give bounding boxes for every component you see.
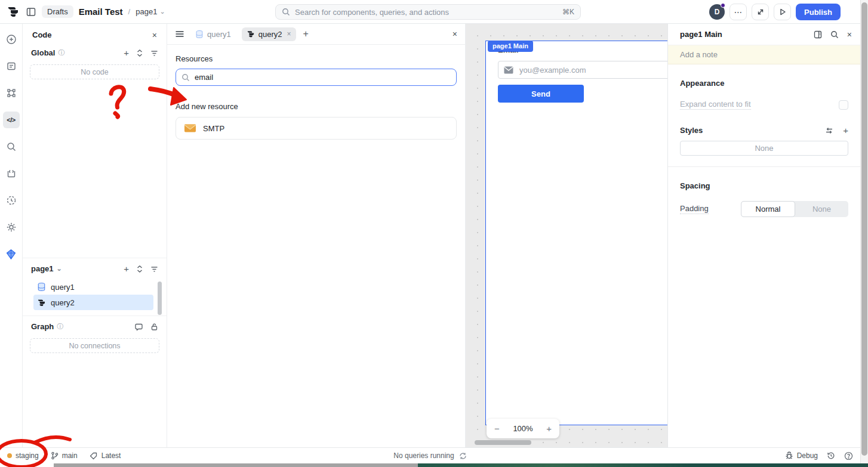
- email-placeholder: you@example.com: [519, 66, 586, 75]
- breadcrumb-page-selector[interactable]: page1 ⌄: [136, 7, 165, 16]
- app-frame[interactable]: page1 Main Email you@example.com Send: [485, 41, 667, 425]
- chevron-down-icon: ⌄: [57, 265, 62, 273]
- tag-icon: [90, 452, 98, 460]
- help-icon[interactable]: [844, 451, 853, 460]
- canvas[interactable]: page1 Main Email you@example.com Send − …: [466, 24, 667, 447]
- tab-query2[interactable]: query2 ×: [242, 27, 296, 41]
- query-list-item-query2[interactable]: query2: [33, 295, 153, 310]
- info-icon[interactable]: ⓘ: [58, 48, 64, 57]
- resource-option-smtp[interactable]: SMTP: [176, 117, 457, 140]
- styles-swap-icon[interactable]: [825, 127, 833, 134]
- retool-ai-gem-icon[interactable]: [3, 246, 20, 262]
- version-selector[interactable]: Latest: [90, 451, 121, 460]
- query-editor-panel: query1 query2 × + × Resources Add new re…: [167, 24, 466, 447]
- panel-layout-icon[interactable]: [26, 7, 36, 17]
- no-connections-placeholder: No connections: [30, 338, 159, 353]
- sync-icon[interactable]: [459, 452, 467, 460]
- page-scrollbar-thumb[interactable]: [861, 2, 867, 456]
- page-section-selector[interactable]: page1 ⌄: [31, 264, 62, 273]
- global-search-input[interactable]: Search for components, queries, and acti…: [275, 4, 581, 20]
- canvas-horizontal-scrollbar[interactable]: [475, 440, 531, 445]
- pages-icon[interactable]: [3, 58, 20, 75]
- resource-search-field[interactable]: [176, 69, 457, 86]
- git-branch-icon: [51, 451, 59, 460]
- page-filter-icon[interactable]: [150, 265, 158, 273]
- styles-add-icon[interactable]: +: [843, 126, 848, 135]
- inspector-panel: page1 Main × Add a note Appearance Expan…: [667, 24, 860, 447]
- history-clock-icon[interactable]: [827, 451, 835, 460]
- tab-query1[interactable]: query1: [190, 27, 236, 41]
- tab-close-icon[interactable]: ×: [287, 30, 291, 38]
- search-shortcut: ⌘K: [562, 8, 574, 16]
- search-rail-icon[interactable]: [3, 138, 20, 155]
- padding-segmented-control: Normal None: [741, 201, 848, 217]
- add-new-resource-label: Add new resource: [176, 102, 457, 111]
- workflow-icon: [247, 30, 255, 38]
- expand-content-checkbox[interactable]: [839, 100, 848, 110]
- presence-dot: [721, 3, 725, 8]
- environment-selector[interactable]: staging: [7, 451, 39, 460]
- query-panel-close-icon[interactable]: ×: [453, 29, 457, 39]
- branch-label: main: [62, 451, 78, 460]
- drafts-badge[interactable]: Drafts: [42, 5, 73, 18]
- chevron-down-icon: ⌄: [159, 8, 165, 16]
- global-sort-icon[interactable]: [136, 49, 143, 57]
- page-add-icon[interactable]: +: [124, 264, 129, 273]
- add-tab-icon[interactable]: +: [303, 29, 309, 39]
- page-sort-icon[interactable]: [136, 265, 143, 273]
- query-list-scrollbar[interactable]: [158, 282, 162, 315]
- database-icon: [195, 30, 204, 39]
- global-section-label: Global: [31, 48, 55, 57]
- query-list-item-query1[interactable]: query1: [33, 279, 153, 295]
- query-name: query2: [51, 298, 75, 307]
- components-icon[interactable]: [3, 85, 20, 101]
- info-icon[interactable]: ⓘ: [57, 322, 63, 331]
- padding-option-normal[interactable]: Normal: [741, 201, 795, 217]
- add-component-icon[interactable]: [3, 31, 20, 48]
- resources-label: Resources: [176, 54, 457, 63]
- graph-lock-icon[interactable]: [150, 323, 158, 331]
- expand-content-label: Expand content to fit: [680, 100, 751, 110]
- preview-play-button[interactable]: [774, 4, 791, 20]
- global-add-icon[interactable]: +: [124, 48, 129, 57]
- fullscreen-button[interactable]: [752, 4, 769, 20]
- global-filter-icon[interactable]: [150, 50, 158, 57]
- graph-comment-icon[interactable]: [134, 323, 143, 331]
- frame-label-badge[interactable]: page1 Main: [488, 41, 533, 52]
- debug-button[interactable]: Debug: [785, 451, 818, 460]
- avatar[interactable]: D: [709, 4, 725, 20]
- zoom-level[interactable]: 100%: [513, 424, 533, 433]
- open-source-icon[interactable]: [814, 30, 822, 39]
- bug-icon: [785, 451, 793, 460]
- code-panel-close-icon[interactable]: ×: [152, 31, 157, 39]
- send-button[interactable]: Send: [498, 85, 584, 103]
- inspector-close-icon[interactable]: ×: [847, 30, 852, 39]
- resource-search-input[interactable]: [195, 73, 451, 82]
- retool-logo-icon[interactable]: [6, 5, 20, 19]
- email-input[interactable]: you@example.com: [498, 61, 667, 79]
- code-icon[interactable]: </>: [3, 112, 20, 128]
- query-name: query1: [51, 283, 75, 292]
- module-icon[interactable]: [3, 165, 20, 182]
- add-note-field[interactable]: Add a note: [668, 45, 860, 64]
- zoom-out-icon[interactable]: −: [494, 423, 500, 434]
- workflow-icon: [37, 298, 46, 307]
- zoom-in-icon[interactable]: +: [546, 423, 552, 434]
- search-icon: [181, 73, 190, 82]
- hamburger-menu-icon[interactable]: [175, 30, 184, 38]
- page-scrollbar[interactable]: [860, 0, 868, 463]
- settings-gear-icon[interactable]: [3, 219, 20, 236]
- tab-label: query1: [207, 30, 231, 39]
- zoom-controls: − 100% +: [487, 419, 559, 438]
- version-label: Latest: [101, 451, 121, 460]
- styles-value[interactable]: None: [680, 141, 848, 156]
- padding-option-none[interactable]: None: [795, 201, 848, 217]
- publish-button[interactable]: Publish: [796, 4, 841, 20]
- branch-selector[interactable]: main: [51, 451, 78, 460]
- appearance-heading: Appearance: [680, 79, 848, 88]
- inspector-search-icon[interactable]: [830, 30, 839, 39]
- section-divider: [668, 166, 860, 167]
- environment-dot: [7, 453, 12, 458]
- more-menu-button[interactable]: ⋯: [730, 4, 747, 20]
- history-icon[interactable]: [3, 192, 20, 209]
